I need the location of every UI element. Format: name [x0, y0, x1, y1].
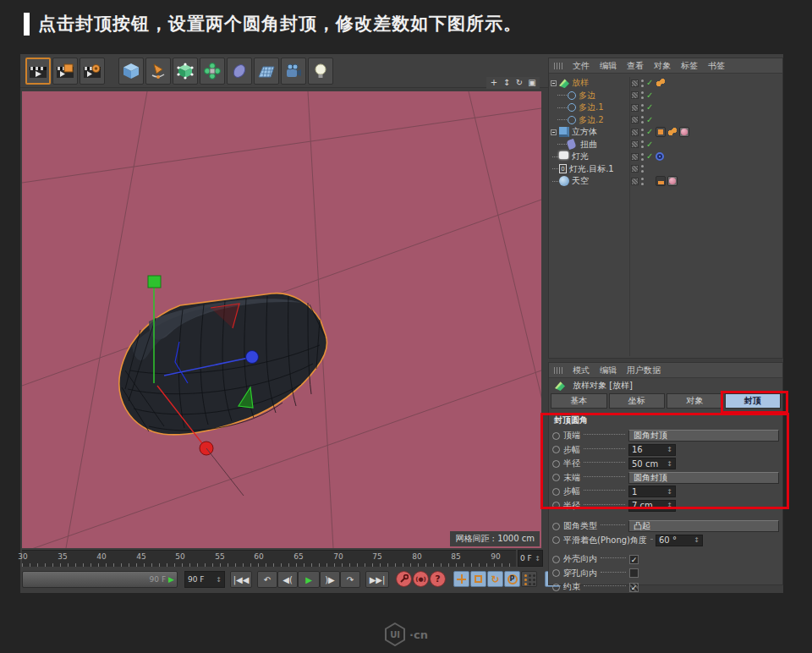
hull-inward-checkbox[interactable]: ✓	[629, 555, 639, 564]
cube-primitive-icon[interactable]	[118, 58, 144, 85]
modeling-generator-icon[interactable]	[200, 58, 225, 85]
visibility-dots[interactable]	[641, 116, 644, 123]
tree-item-ngon[interactable]: 多边 ✓	[549, 90, 782, 102]
menu-bookmarks[interactable]: 书签	[708, 60, 725, 72]
panel-grip-icon[interactable]	[554, 63, 562, 69]
layer-toggle[interactable]	[631, 116, 639, 123]
tab-coordinates[interactable]: 坐标	[609, 393, 666, 409]
menu-file[interactable]: 文件	[573, 60, 590, 72]
phong-angle-field[interactable]: 60 °↕	[656, 535, 703, 546]
record-parameter-icon[interactable]: P	[504, 571, 520, 587]
menu-view[interactable]: 查看	[627, 60, 644, 72]
viewport-3d[interactable]: 网格间距 : 1000 cm	[22, 91, 541, 548]
enabled-check-icon[interactable]: ✓	[646, 152, 653, 161]
tree-item-ngon-1[interactable]: 多边.1 ✓	[549, 102, 782, 114]
tree-item-ngon-2[interactable]: 多边.2 ✓	[549, 114, 782, 127]
current-frame-field[interactable]: 0 F ↕	[518, 550, 543, 567]
end-frame-field[interactable]: 90 F ↕	[184, 571, 225, 588]
enabled-check-icon[interactable]: ✓	[646, 103, 653, 112]
record-rotation-icon[interactable]: ↻	[487, 571, 503, 587]
render-picture-viewer-icon[interactable]	[52, 58, 78, 85]
display-tag-icon[interactable]	[656, 127, 666, 137]
spline-pen-icon[interactable]	[145, 58, 171, 85]
preview-range-slider[interactable]: 90 F ▶	[22, 571, 178, 588]
layer-toggle[interactable]	[631, 153, 639, 161]
render-view-icon[interactable]	[25, 58, 51, 85]
camera-icon[interactable]	[281, 58, 306, 85]
animation-dot-icon[interactable]	[552, 584, 560, 591]
menu-tags[interactable]: 标签	[681, 60, 698, 72]
expand-toggle-icon[interactable]	[551, 80, 557, 86]
go-to-end-icon[interactable]: ▶▶|	[365, 571, 389, 588]
visibility-dots[interactable]	[641, 165, 644, 173]
rotate-view-icon[interactable]: ↻	[514, 78, 524, 88]
visibility-dots[interactable]	[641, 140, 644, 148]
subdivision-surface-icon[interactable]	[173, 58, 198, 85]
layer-toggle[interactable]	[631, 140, 639, 148]
tree-item-sky[interactable]: 天空	[549, 175, 782, 188]
timeline-ruler[interactable]: 30 35 40 45 50 55 60 65 70 75 80 85 90	[22, 550, 516, 567]
tree-item-bend[interactable]: 扭曲 ✓	[549, 139, 782, 151]
enabled-check-icon[interactable]: ✓	[646, 79, 653, 87]
pan-view-icon[interactable]: +	[489, 78, 499, 88]
visibility-dots[interactable]	[641, 129, 644, 136]
menu-mode[interactable]: 模式	[573, 365, 590, 376]
spinner-arrows-icon[interactable]: ↕	[216, 576, 222, 584]
record-scale-icon[interactable]	[470, 571, 486, 587]
enabled-check-icon[interactable]: ✓	[646, 140, 653, 149]
enabled-check-icon[interactable]: ✓	[646, 116, 653, 124]
target-tag-icon[interactable]	[656, 152, 664, 161]
record-position-icon[interactable]	[453, 571, 469, 587]
panel-grip-icon[interactable]	[554, 367, 562, 374]
menu-edit[interactable]: 编辑	[600, 60, 617, 72]
visibility-dots[interactable]	[641, 153, 644, 161]
tab-object[interactable]: 对象	[667, 393, 723, 409]
expand-toggle-icon[interactable]	[551, 129, 557, 135]
visibility-dots[interactable]	[641, 178, 644, 185]
environment-icon[interactable]	[254, 58, 279, 85]
toggle-view-icon[interactable]: ▣	[527, 78, 537, 88]
tree-item-light[interactable]: 灯光 ✓	[549, 151, 782, 163]
next-key-icon[interactable]: ↷	[340, 571, 360, 588]
go-to-start-icon[interactable]: |◀◀	[230, 571, 252, 588]
spinner-arrows-icon[interactable]: ↕	[694, 536, 700, 544]
keyframe-help-icon[interactable]: ?	[430, 571, 446, 587]
next-frame-icon[interactable]: )▶	[320, 571, 340, 588]
material-tag-icon[interactable]	[679, 127, 689, 137]
phong-tag-icon[interactable]	[667, 127, 678, 137]
autokey-icon[interactable]: (●)	[413, 571, 429, 587]
animation-dot-icon[interactable]	[552, 536, 560, 544]
record-pla-icon[interactable]	[521, 571, 537, 587]
compositing-tag-icon[interactable]	[656, 176, 666, 186]
play-icon[interactable]: ▶	[298, 571, 320, 588]
spinner-arrows-icon[interactable]: ↕	[535, 555, 540, 562]
layer-toggle[interactable]	[631, 165, 639, 173]
layer-toggle[interactable]	[631, 104, 639, 112]
visibility-dots[interactable]	[641, 91, 644, 99]
layer-toggle[interactable]	[631, 91, 639, 99]
layer-toggle[interactable]	[631, 80, 639, 87]
previous-frame-icon[interactable]: ◀(	[277, 571, 298, 588]
tree-item-light-target[interactable]: 0 灯光.目标.1	[549, 163, 782, 176]
fillet-type-dropdown[interactable]: 凸起	[628, 520, 779, 532]
layer-toggle[interactable]	[631, 178, 639, 185]
animation-dot-icon[interactable]	[552, 556, 560, 563]
hole-inward-checkbox[interactable]	[629, 568, 639, 578]
deformer-icon[interactable]	[227, 58, 252, 85]
layer-toggle[interactable]	[631, 129, 639, 136]
constrain-checkbox[interactable]: ✓	[629, 583, 639, 592]
phong-tag-icon[interactable]	[656, 78, 666, 88]
render-settings-icon[interactable]	[80, 58, 105, 85]
animation-dot-icon[interactable]	[552, 523, 560, 530]
enabled-check-icon[interactable]: ✓	[646, 128, 653, 136]
visibility-dots[interactable]	[641, 104, 644, 112]
animation-dot-icon[interactable]	[552, 569, 560, 577]
previous-key-icon[interactable]: ↶	[257, 571, 277, 588]
light-icon[interactable]	[308, 58, 333, 85]
material-tag-icon[interactable]	[667, 176, 678, 186]
tree-item-cube[interactable]: 立方体 ✓	[549, 126, 782, 139]
menu-user-data[interactable]: 用户数据	[627, 365, 661, 376]
tree-item-loft[interactable]: 放样 ✓	[549, 77, 782, 90]
enabled-check-icon[interactable]: ✓	[646, 91, 653, 100]
visibility-dots[interactable]	[641, 80, 644, 87]
